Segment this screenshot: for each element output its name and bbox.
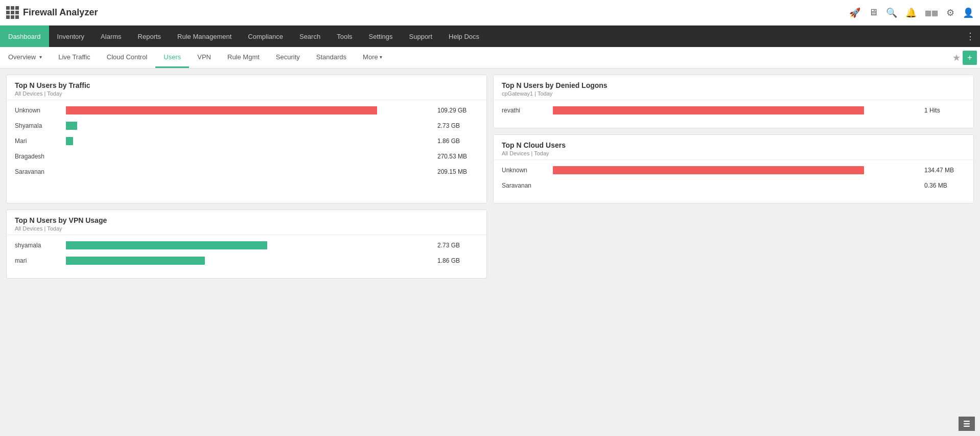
nav-item-alarms[interactable]: Alarms	[92, 26, 129, 47]
widget-header: Top N Users by Traffic All Devices | Tod…	[7, 75, 486, 100]
search-icon[interactable]: 🔍	[886, 7, 897, 18]
bar-track	[66, 106, 432, 114]
film-icon[interactable]: ▦▦	[925, 9, 938, 17]
nav-item-rule-management[interactable]: Rule Management	[169, 26, 240, 47]
nav-more-icon[interactable]: ⋮	[966, 26, 980, 47]
nav-item-dashboard[interactable]: Dashboard	[0, 26, 49, 47]
bar-label: Saravanan	[15, 168, 61, 175]
widget-top-n-denied-logons: Top N Users by Denied Logons cpGateway1 …	[493, 75, 974, 128]
bar-fill	[66, 137, 73, 145]
rocket-icon[interactable]: 🚀	[849, 7, 860, 18]
widget-top-n-cloud-users: Top N Cloud Users All Devices | Today Un…	[493, 134, 974, 203]
widget-body: Unknown 134.47 MB Saravanan 0.36 MB	[494, 160, 973, 203]
bar-value: 109.29 GB	[437, 107, 478, 114]
bar-track	[66, 137, 432, 145]
chevron-down-icon: ▾	[380, 54, 382, 60]
bar-label: Unknown	[502, 167, 548, 174]
widget-subtitle: All Devices | Today	[502, 150, 965, 156]
widget-header: Top N Users by Denied Logons cpGateway1 …	[494, 75, 973, 100]
sub-item-cloud-control[interactable]: Cloud Control	[99, 47, 156, 68]
bar-fill	[66, 257, 205, 265]
bar-value: 2.73 GB	[437, 122, 478, 129]
sub-item-more[interactable]: More ▾	[355, 47, 390, 68]
bar-track	[66, 168, 432, 176]
monitor-icon[interactable]: 🖥	[869, 7, 878, 18]
main-nav: Dashboard Inventory Alarms Reports Rule …	[0, 26, 980, 47]
nav-item-search[interactable]: Search	[291, 26, 329, 47]
nav-item-support[interactable]: Support	[401, 26, 441, 47]
widget-top-n-users-traffic: Top N Users by Traffic All Devices | Tod…	[6, 75, 487, 203]
chevron-down-icon: ▾	[39, 54, 42, 60]
widget-title: Top N Users by Denied Logons	[502, 81, 965, 89]
widget-title: Top N Users by VPN Usage	[15, 216, 478, 224]
bar-value: 1.86 GB	[437, 137, 478, 145]
widget-body: Unknown 109.29 GB Shyamala 2.73 GB Mari	[7, 100, 486, 189]
widget-header: Top N Cloud Users All Devices | Today	[494, 135, 973, 160]
app-logo: Firewall Analyzer	[6, 6, 849, 19]
bar-value: 134.47 MB	[924, 167, 965, 174]
dashboard-content: Top N Users by Traffic All Devices | Tod…	[0, 68, 980, 285]
bar-fill	[553, 166, 864, 174]
bar-row-saravanan: Saravanan 209.15 MB	[15, 168, 478, 176]
nav-item-help-docs[interactable]: Help Docs	[440, 26, 487, 47]
sub-item-overview[interactable]: Overview ▾	[0, 47, 50, 68]
bar-value: 270.53 MB	[437, 153, 478, 160]
add-widget-button[interactable]: +	[963, 51, 977, 65]
bar-fill	[66, 106, 377, 114]
bar-track	[66, 122, 432, 130]
sub-item-live-traffic[interactable]: Live Traffic	[50, 47, 99, 68]
widget-subtitle: cpGateway1 | Today	[502, 90, 965, 97]
bar-track	[66, 241, 432, 249]
bar-row-unknown-cloud: Unknown 134.47 MB	[502, 166, 965, 174]
bar-row-bragadesh: Bragadesh 270.53 MB	[15, 152, 478, 160]
bar-value: 209.15 MB	[437, 168, 478, 175]
sub-item-rule-mgmt[interactable]: Rule Mgmt	[219, 47, 268, 68]
sub-item-vpn[interactable]: VPN	[189, 47, 219, 68]
nav-item-settings[interactable]: Settings	[361, 26, 401, 47]
bar-track	[66, 257, 432, 265]
nav-item-tools[interactable]: Tools	[329, 26, 360, 47]
bar-row-revathi: revathi 1 Hits	[502, 106, 965, 114]
grid-icon[interactable]	[6, 6, 19, 19]
user-icon[interactable]: 👤	[963, 7, 974, 18]
nav-item-inventory[interactable]: Inventory	[49, 26, 92, 47]
widget-header: Top N Users by VPN Usage All Devices | T…	[7, 210, 486, 235]
bar-label: revathi	[502, 107, 548, 114]
bar-label: mari	[15, 257, 61, 264]
sub-nav: Overview ▾ Live Traffic Cloud Control Us…	[0, 47, 980, 68]
bar-fill	[66, 241, 267, 249]
favorite-star-icon[interactable]: ★	[952, 52, 961, 63]
widget-subtitle: All Devices | Today	[15, 225, 478, 232]
widget-body: revathi 1 Hits	[494, 100, 973, 128]
bar-row-shyamala: Shyamala 2.73 GB	[15, 122, 478, 130]
bar-value: 2.73 GB	[437, 242, 478, 249]
bar-value: 1 Hits	[924, 107, 965, 114]
bar-fill	[66, 122, 77, 130]
widget-title: Top N Cloud Users	[502, 141, 965, 149]
bar-label: Shyamala	[15, 122, 61, 129]
sub-item-standards[interactable]: Standards	[308, 47, 355, 68]
widget-subtitle: All Devices | Today	[15, 90, 478, 97]
settings-icon[interactable]: ⚙	[946, 7, 954, 18]
bell-icon[interactable]: 🔔	[905, 7, 917, 18]
sub-nav-right: ★ +	[952, 47, 980, 68]
widget-title: Top N Users by Traffic	[15, 81, 478, 89]
bar-label: shyamala	[15, 242, 61, 249]
sub-item-security[interactable]: Security	[268, 47, 308, 68]
bar-row-shyamala-vpn: shyamala 2.73 GB	[15, 241, 478, 249]
bar-label: Unknown	[15, 107, 61, 114]
top-bar-actions: 🚀 🖥 🔍 🔔 ▦▦ ⚙ 👤	[849, 7, 974, 18]
nav-item-reports[interactable]: Reports	[130, 26, 170, 47]
bar-row-mari-vpn: mari 1.86 GB	[15, 257, 478, 265]
widget-top-n-vpn-usage: Top N Users by VPN Usage All Devices | T…	[6, 210, 487, 279]
bar-label: Saravanan	[502, 182, 548, 189]
app-title: Firewall Analyzer	[23, 7, 98, 18]
sub-item-users[interactable]: Users	[155, 47, 189, 68]
bar-row-mari: Mari 1.86 GB	[15, 137, 478, 145]
bar-row-unknown: Unknown 109.29 GB	[15, 106, 478, 114]
nav-item-compliance[interactable]: Compliance	[240, 26, 291, 47]
widget-body: shyamala 2.73 GB mari 1.86 GB	[7, 235, 486, 278]
bar-track	[553, 106, 919, 114]
top-bar: Firewall Analyzer 🚀 🖥 🔍 🔔 ▦▦ ⚙ 👤	[0, 0, 980, 26]
bar-row-saravanan-cloud: Saravanan 0.36 MB	[502, 181, 965, 190]
